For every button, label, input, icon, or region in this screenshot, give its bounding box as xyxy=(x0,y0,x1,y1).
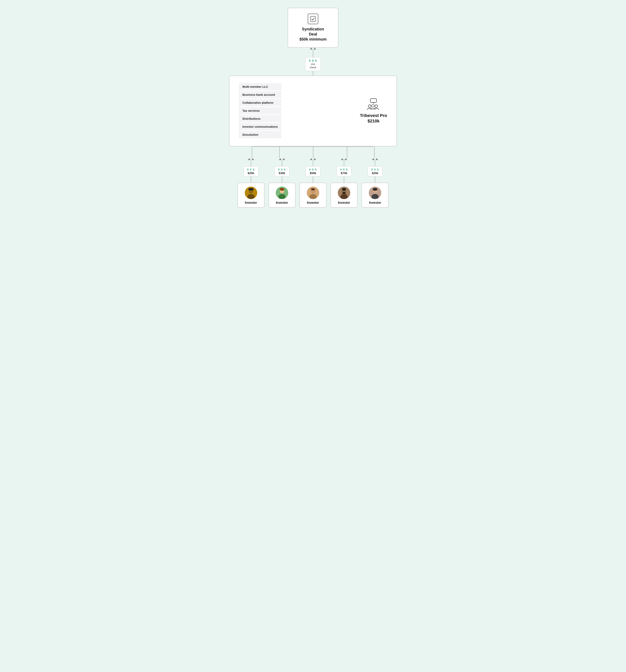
tribevest-info: Tribevest Pro $210k xyxy=(360,98,387,124)
investor-column-5: $ $ $ $25k Investor xyxy=(362,158,389,208)
investor-3-amount-badge: $ $ $ $50k xyxy=(306,166,320,176)
feature-multi-member-llc: Multi-member LLC xyxy=(239,83,281,90)
tribevest-title: Tribevest Pro $210k xyxy=(360,113,387,124)
investor-3-box: Investor xyxy=(300,183,326,208)
one-check-money: $ $ $ xyxy=(308,59,318,62)
investor-4-avatar xyxy=(338,187,350,199)
investor-4-amount-badge: $ $ $ $75k xyxy=(337,166,351,176)
investor-column-4: $ $ $ $75k Inve xyxy=(330,158,357,208)
deal-to-check-arrow xyxy=(310,48,316,57)
tribevest-icon xyxy=(367,98,380,111)
investor-5-amount-badge: $ $ $ $25k xyxy=(368,166,382,176)
investor-4-box: Investor xyxy=(330,183,357,208)
svg-rect-9 xyxy=(249,188,253,190)
deal-box: Syndication Deal $50k minimum xyxy=(288,8,338,48)
svg-point-13 xyxy=(280,188,284,191)
tribevest-to-investors-connectors xyxy=(229,146,397,158)
investor-1-amount-badge: $ $ $ $25k xyxy=(244,166,258,176)
feature-collab-platform: Collaborative platform xyxy=(239,99,281,106)
investor-5-label: Investor xyxy=(365,201,385,205)
feature-distributions: Distributions xyxy=(239,115,281,122)
investor-2-box: Investor xyxy=(269,183,296,208)
investors-section: $ $ $ $25k Inve xyxy=(229,158,397,208)
investor-2-avatar xyxy=(276,187,288,199)
check-icon xyxy=(308,14,318,24)
tribevest-box: Multi-member LLC Business bank account C… xyxy=(229,76,397,146)
investor-3-avatar xyxy=(307,187,319,199)
svg-point-21 xyxy=(342,188,346,190)
investor-1-avatar xyxy=(245,187,257,199)
investor-5-box: Investor xyxy=(362,183,389,208)
one-check-label: onecheck xyxy=(308,63,318,69)
svg-rect-1 xyxy=(371,99,377,102)
svg-point-17 xyxy=(311,188,315,190)
investor-2-label: Investor xyxy=(272,201,292,205)
svg-point-4 xyxy=(372,104,374,107)
svg-rect-0 xyxy=(310,16,316,21)
feature-tax-services: Tax services xyxy=(239,107,281,114)
svg-point-26 xyxy=(373,188,377,191)
feature-business-bank: Business bank account xyxy=(239,91,281,98)
investor-column-3: $ $ $ $50k Investor xyxy=(300,158,326,208)
investor-column-1: $ $ $ $25k Inve xyxy=(237,158,264,208)
investor-2-amount-badge: $ $ $ $35k xyxy=(275,166,289,176)
svg-point-2 xyxy=(368,105,371,107)
deal-title: Syndication Deal $50k minimum xyxy=(297,26,329,42)
svg-point-22 xyxy=(342,192,346,194)
features-list: Multi-member LLC Business bank account C… xyxy=(239,83,281,139)
investor-4-label: Investor xyxy=(334,201,354,205)
investor-3-label: Investor xyxy=(303,201,323,205)
feature-investor-comms: Investor communications xyxy=(239,123,281,130)
check-to-tribevest-line xyxy=(313,71,313,76)
feature-dissolution: Dissolution xyxy=(239,131,281,138)
investor-5-avatar xyxy=(369,187,381,199)
investor-column-2: $ $ $ $35k Investor xyxy=(269,158,296,208)
investor-1-box: Investor xyxy=(237,183,264,208)
diagram: Syndication Deal $50k minimum $ $ $ onec… xyxy=(229,8,397,208)
investor-1-label: Investor xyxy=(241,201,261,205)
one-check-badge: $ $ $ onecheck xyxy=(305,57,321,71)
svg-point-3 xyxy=(375,105,377,107)
